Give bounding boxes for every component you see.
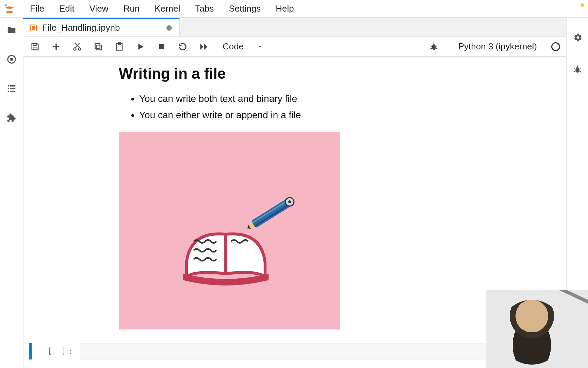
window-minimize-dot[interactable] [581,3,584,7]
svg-point-15 [74,48,76,50]
svg-line-41 [574,71,575,72]
svg-rect-4 [10,85,15,87]
microphone-arm [545,290,588,307]
svg-point-0 [5,4,7,6]
menu-view[interactable]: View [82,0,116,17]
code-cell[interactable]: [ ]: [29,343,560,359]
svg-rect-11 [33,43,36,45]
svg-line-26 [430,46,432,46]
menu-file[interactable]: File [22,0,52,17]
svg-rect-19 [95,43,100,48]
left-sidebar [0,18,23,368]
illustration-image [119,132,340,329]
menu-settings[interactable]: Settings [221,0,268,17]
cut-icon[interactable] [71,41,83,52]
menubar: File Edit View Run Kernel Tabs Settings … [0,0,588,18]
svg-rect-23 [159,44,164,49]
cell-type-select[interactable]: Code [219,41,263,52]
add-cell-icon[interactable] [50,41,62,52]
toc-icon[interactable] [5,82,18,95]
cell-prompt: [ ]: [46,343,80,359]
folder-icon[interactable] [5,24,18,36]
svg-point-16 [79,48,81,50]
svg-rect-10 [32,26,35,30]
debugger-icon[interactable] [429,42,439,51]
menu-help[interactable]: Help [268,0,301,17]
bullet-item: You can write both text and binary file [139,92,552,106]
menu-edit[interactable]: Edit [52,0,82,17]
svg-rect-3 [7,85,9,87]
menu-kernel[interactable]: Kernel [147,0,187,17]
menu-run[interactable]: Run [116,0,147,17]
main-area: File_Handling.ipynb [23,18,566,368]
svg-line-42 [579,71,581,72]
tabbar: File_Handling.ipynb [23,18,566,37]
svg-rect-5 [7,88,9,89]
svg-point-24 [432,44,436,50]
property-inspector-icon[interactable] [571,31,584,44]
svg-rect-20 [97,45,101,50]
chevron-down-icon [257,44,263,50]
unsaved-indicator-icon [166,25,172,31]
notebook-toolbar: Code Python 3 (ipykernel) [23,37,566,57]
menu-tabs[interactable]: Tabs [187,0,221,17]
stop-icon[interactable] [156,41,167,52]
fast-forward-icon[interactable] [198,41,210,52]
kernel-status-icon[interactable] [551,42,560,51]
kernel-name[interactable]: Python 3 (ipykernel) [458,41,537,52]
svg-line-27 [436,46,438,46]
save-icon[interactable] [29,41,41,52]
run-icon[interactable] [135,41,146,52]
copy-icon[interactable] [93,41,104,52]
heading: Writing in a file [119,65,552,82]
notebook-tab[interactable]: File_Handling.ipynb [23,18,180,36]
cell-type-label: Code [223,41,244,52]
notebook-icon [29,24,37,32]
bullet-item: You can either write or append in a file [139,108,552,122]
svg-line-28 [430,48,432,49]
paste-icon[interactable] [114,41,125,52]
cell-active-indicator [29,343,32,359]
jupyter-logo [3,2,16,16]
svg-rect-31 [252,199,289,223]
svg-rect-12 [33,47,37,50]
webcam-overlay [486,290,588,368]
svg-rect-8 [10,91,15,92]
svg-line-29 [436,48,438,49]
svg-rect-7 [7,91,9,92]
svg-line-40 [579,69,581,69]
svg-rect-32 [254,203,291,227]
extensions-icon[interactable] [5,112,18,124]
svg-rect-2 [10,58,13,61]
svg-point-37 [575,67,579,73]
svg-line-39 [574,69,575,69]
tab-title: File_Handling.ipynb [42,22,162,33]
running-icon[interactable] [5,53,18,65]
notebook-body: Writing in a file You can write both tex… [23,57,566,368]
markdown-cell[interactable]: Writing in a file You can write both tex… [68,65,552,336]
debugger-panel-icon[interactable] [571,63,584,76]
svg-rect-6 [10,88,15,89]
restart-icon[interactable] [177,41,189,52]
